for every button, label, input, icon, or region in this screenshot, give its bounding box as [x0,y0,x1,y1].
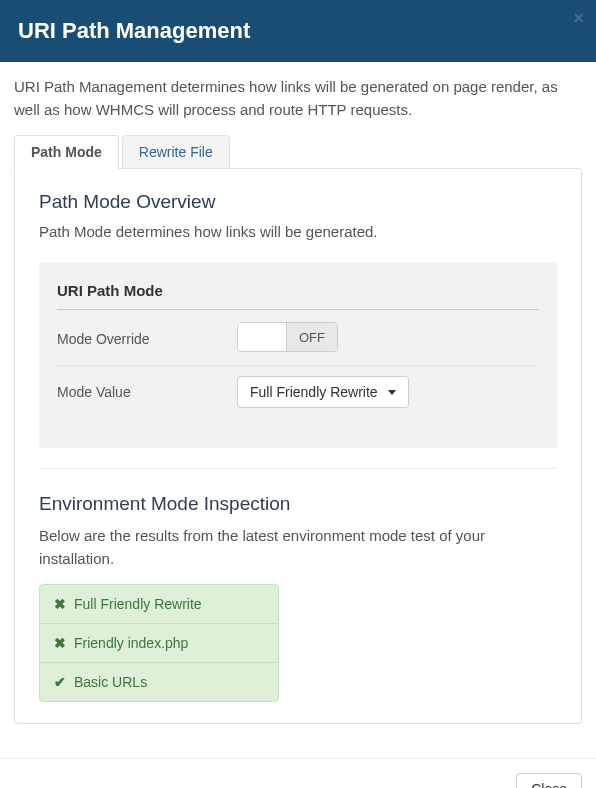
path-mode-description: Path Mode determines how links will be g… [39,223,557,240]
tab-content: Path Mode Overview Path Mode determines … [14,168,582,724]
toggle-handle [238,323,286,351]
mode-value-control: Full Friendly Rewrite [237,376,539,408]
mode-value-dropdown[interactable]: Full Friendly Rewrite [237,376,409,408]
modal-footer: Close [0,758,596,788]
modal-description: URI Path Management determines how links… [14,76,582,121]
toggle-state: OFF [286,323,337,351]
x-icon: ✖ [54,635,66,651]
mode-override-control: OFF [237,322,539,355]
settings-heading: URI Path Mode [57,282,539,310]
settings-row-override: Mode Override OFF [57,312,539,366]
environment-title: Environment Mode Inspection [39,493,557,515]
divider [39,468,557,469]
close-button[interactable]: Close [516,773,582,788]
environment-description: Below are the results from the latest en… [39,525,557,570]
tab-path-mode[interactable]: Path Mode [14,135,119,169]
mode-override-toggle[interactable]: OFF [237,322,338,352]
tabs: Path Mode Rewrite File [14,135,582,169]
modal-header: URI Path Management × [0,0,596,62]
chevron-down-icon [388,390,396,395]
modal-title: URI Path Management [18,18,578,44]
mode-override-label: Mode Override [57,331,237,347]
result-item-basic-urls: ✔ Basic URLs [39,662,279,702]
close-icon[interactable]: × [573,8,584,29]
modal-body: URI Path Management determines how links… [0,62,596,734]
path-mode-title: Path Mode Overview [39,191,557,213]
result-list: ✖ Full Friendly Rewrite ✖ Friendly index… [39,584,279,702]
result-label: Basic URLs [74,674,147,690]
x-icon: ✖ [54,596,66,612]
mode-value-label: Mode Value [57,384,237,400]
tab-rewrite-file[interactable]: Rewrite File [122,135,230,169]
environment-section: Environment Mode Inspection Below are th… [39,493,557,702]
settings-row-value: Mode Value Full Friendly Rewrite [57,366,539,418]
result-label: Full Friendly Rewrite [74,596,202,612]
check-icon: ✔ [54,674,66,690]
settings-box: URI Path Mode Mode Override OFF Mode Val… [39,262,557,448]
mode-value-selected: Full Friendly Rewrite [250,384,378,400]
result-item-full-friendly-rewrite: ✖ Full Friendly Rewrite [39,584,279,624]
result-item-friendly-index: ✖ Friendly index.php [39,623,279,663]
result-label: Friendly index.php [74,635,188,651]
